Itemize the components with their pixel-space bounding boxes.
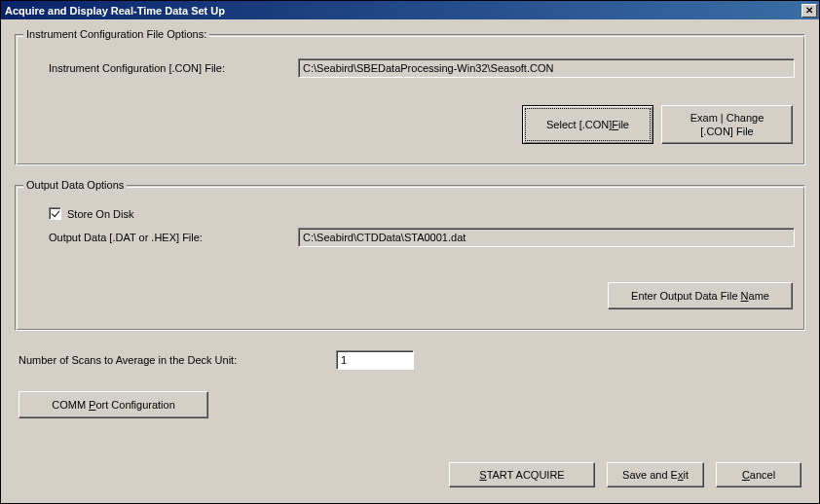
start-acquire-button[interactable]: START ACQUIRE [449,462,595,487]
save-and-exit-button[interactable]: Save and Exit [607,462,704,487]
client-area: Instrument Configuration File Options: I… [1,19,819,503]
store-on-disk-checkbox[interactable] [49,207,61,220]
footer-buttons: START ACQUIRE Save and Exit Cancel [449,462,801,487]
config-file-label: Instrument Configuration [.CON] File: [25,62,279,74]
select-con-file-button[interactable]: Select [.CON] File [522,105,653,144]
dialog-window: Acquire and Display Real-Time Data Set U… [0,0,820,504]
comm-port-config-button[interactable]: COMM Port Configuration [19,391,208,418]
window-title: Acquire and Display Real-Time Data Set U… [5,5,225,17]
titlebar: Acquire and Display Real-Time Data Set U… [1,1,819,19]
output-file-field: C:\Seabird\CTDData\STA0001.dat [298,228,795,247]
store-on-disk-label: Store On Disk [67,208,133,220]
output-file-label: Output Data [.DAT or .HEX] File: [25,232,279,243]
close-button[interactable]: ✕ [801,4,817,18]
group-instrument-config-legend: Instrument Configuration File Options: [23,28,209,40]
scans-average-label: Number of Scans to Average in the Deck U… [19,354,318,366]
config-file-field: C:\Seabird\SBEDataProcessing-Win32\Seaso… [298,58,795,78]
group-output-data-legend: Output Data Options [23,179,127,191]
group-output-data: Output Data Options Store On Disk Output… [15,185,805,331]
exam-change-con-file-button[interactable]: Exam | Change[.CON] File [661,105,793,144]
cancel-button[interactable]: Cancel [716,462,801,487]
scans-average-input[interactable]: 1 [336,350,414,370]
close-icon: ✕ [805,6,813,16]
group-instrument-config: Instrument Configuration File Options: I… [15,34,805,165]
enter-output-filename-button[interactable]: Enter Output Data File Name [608,282,793,309]
